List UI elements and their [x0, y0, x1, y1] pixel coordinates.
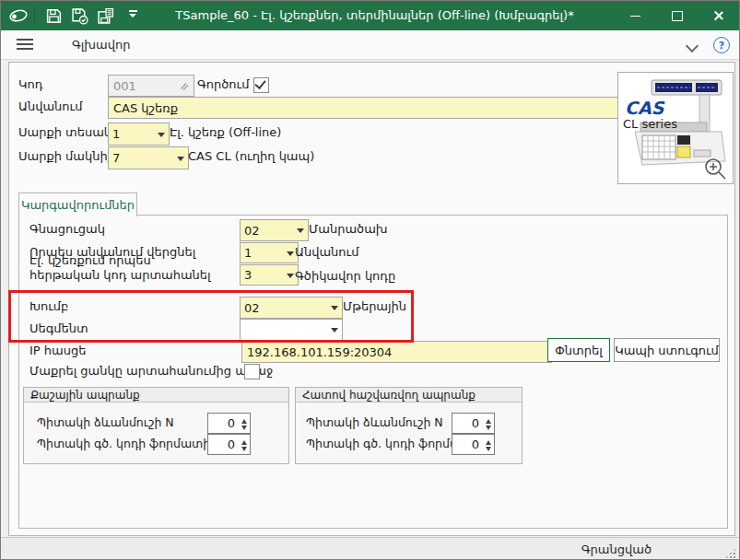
save-list-icon: [97, 7, 114, 25]
take-as-name-value: 1: [244, 246, 252, 260]
status-bar: Գրանցված: [1, 537, 739, 560]
close-button[interactable]: [698, 1, 739, 30]
price-list-select[interactable]: 02: [240, 219, 309, 241]
chevron-down-icon: [129, 14, 136, 21]
help-button[interactable]: ?: [713, 37, 730, 53]
take-as-name-select[interactable]: 1: [240, 242, 299, 263]
clear-list-label: Մաքրել ցանկը արտահանումից առաջ: [29, 361, 273, 381]
resize-grip[interactable]: [727, 550, 735, 558]
minimize-icon: [630, 16, 640, 17]
chevron-down-icon: [297, 228, 304, 237]
weighted-barcode-label: Պիտակի գծ. կոդի ֆորմատի N: [37, 434, 223, 453]
ip-value: 192.168.101.159:20304: [247, 345, 392, 359]
ip-label: IP հասցե: [29, 341, 86, 361]
save-check-icon: [71, 7, 88, 25]
active-label: Գործում է: [197, 75, 259, 95]
group-label: Խումբ: [29, 297, 68, 317]
spinner-arrows-icon[interactable]: [241, 438, 247, 454]
serial-code-value: 3: [244, 268, 252, 282]
spinner-arrows-icon[interactable]: [486, 416, 491, 433]
chevron-down-icon: [331, 328, 338, 336]
window-title: TSample_60 - Էլ. կշեռքներ, տերմինալներ (…: [148, 1, 601, 30]
form-panel: Կոդ 001 Գործում է Անվանում CAS կշեռք Սար…: [8, 62, 735, 536]
weighted-goods-title: Քաշային ապրանք: [24, 388, 288, 402]
clear-list-checkbox[interactable]: [244, 364, 260, 379]
chevron-down-icon: [158, 133, 165, 141]
take-as-name-description: Անվանում: [295, 242, 358, 262]
device-model-select[interactable]: 7: [108, 146, 189, 169]
device-type-description: Էլ. կշեռք (Off-line): [170, 122, 281, 143]
chevron-down-icon: [331, 306, 338, 314]
price-list-value: 02: [244, 224, 260, 238]
chevron-down-icon: [287, 274, 294, 282]
auto-number-icon: [179, 80, 189, 94]
piece-goods-title: Հատով հաշվառվող ապրանք: [296, 388, 522, 402]
device-image: CAS CL series: [617, 72, 734, 184]
weighted-barcode-spinner[interactable]: 0: [207, 434, 251, 455]
device-model-label: Սարքի մակնիշ: [18, 146, 113, 167]
device-model-value: 7: [112, 151, 120, 165]
toolbar-options-button[interactable]: [123, 10, 142, 21]
name-label: Անվանում: [18, 97, 82, 117]
hamburger-menu-button[interactable]: [17, 39, 33, 51]
menu-bar: Գլխավոր ?: [1, 30, 739, 60]
piece-template-label: Պիտակի ձևանմուշի N: [306, 413, 443, 432]
chevron-down-icon: [287, 251, 294, 260]
save-and-new-button[interactable]: [92, 3, 118, 29]
device-type-select[interactable]: 1: [108, 122, 170, 146]
piece-barcode-value: 0: [472, 435, 479, 454]
save-icon: [45, 7, 63, 25]
chevron-down-icon: [177, 157, 184, 165]
cas-logo-text: CAS: [625, 98, 665, 118]
piece-barcode-spinner[interactable]: 0: [452, 434, 495, 455]
window-controls: [615, 1, 739, 30]
title-bar: TSample_60 - Էլ. կշեռքներ, տերմինալներ (…: [1, 1, 739, 30]
serial-code-description: Գծիկավոր կոդը: [295, 266, 395, 286]
toolbar-separator: [34, 6, 35, 25]
weighted-barcode-value: 0: [228, 435, 235, 454]
device-type-label: Սարքի տեսակ: [18, 122, 112, 143]
active-checkbox[interactable]: [253, 77, 269, 93]
close-icon: [713, 10, 724, 21]
name-value: CAS կշեռք: [113, 101, 178, 115]
spinner-arrows-icon[interactable]: [486, 438, 491, 454]
menu-item-main[interactable]: Գլխավոր: [72, 30, 130, 59]
save-button[interactable]: [41, 3, 66, 29]
group-value: 02: [244, 301, 260, 315]
maximize-icon: [672, 11, 683, 21]
connection-test-button[interactable]: Կապի ստուգում: [614, 338, 720, 362]
price-list-label: Գնացուցակ: [29, 219, 105, 239]
weighted-template-spinner[interactable]: 0: [207, 413, 251, 434]
serial-code-label-line1: Էլ. կշեռքում որպես: [29, 253, 151, 268]
serial-code-select[interactable]: 3: [240, 264, 299, 286]
app-logo-icon: [8, 7, 29, 24]
name-input[interactable]: CAS կշեռք: [108, 97, 623, 119]
segment-select[interactable]: [240, 319, 343, 341]
piece-template-spinner[interactable]: 0: [452, 413, 495, 434]
code-value: 001: [113, 79, 136, 93]
cl-series-text: CL series: [623, 117, 677, 131]
weighted-template-value: 0: [228, 414, 235, 433]
group-select[interactable]: 02: [240, 297, 343, 319]
status-text: Գրանցված: [581, 538, 652, 560]
piece-template-value: 0: [472, 414, 479, 433]
segment-label: Սեգմենտ: [29, 319, 88, 339]
device-model-description: CAS CL (ուղիղ կապ): [188, 146, 314, 167]
spinner-arrows-icon[interactable]: [241, 416, 247, 433]
code-label: Կոդ: [18, 75, 42, 95]
code-input: 001: [108, 75, 194, 97]
minimize-button[interactable]: [615, 1, 656, 30]
app-window: TSample_60 - Էլ. կշեռքներ, տերմինալներ (…: [0, 0, 740, 560]
chevron-down-icon[interactable]: [686, 40, 699, 52]
tab-settings[interactable]: Կարգավորումներ: [18, 192, 137, 216]
save-and-close-button[interactable]: [66, 3, 92, 29]
serial-code-label-line2: հերթական կոդ արտահանել: [29, 268, 211, 283]
ip-input[interactable]: 192.168.101.159:20304: [241, 341, 552, 363]
search-button[interactable]: Փնտրել: [547, 338, 610, 362]
device-type-value: 1: [112, 127, 120, 141]
group-description: Մթերային: [343, 297, 406, 317]
price-list-description: Մանրածախ: [309, 219, 388, 239]
weighted-template-label: Պիտակի ձևանմուշի N: [37, 413, 174, 432]
maximize-button[interactable]: [656, 1, 698, 30]
